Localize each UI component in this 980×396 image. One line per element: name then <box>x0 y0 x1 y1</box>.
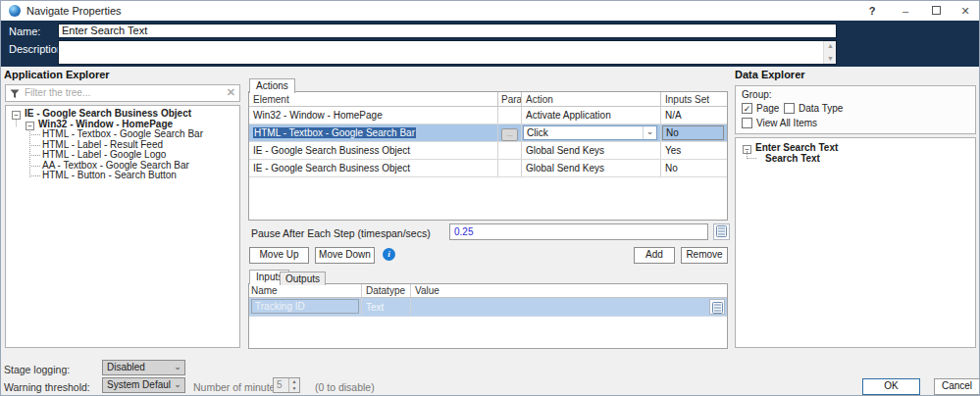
name-label: Name: <box>9 25 40 37</box>
action-cell[interactable]: Activate Application <box>522 107 661 124</box>
minutes-spinner[interactable]: 5 ▲ ▼ <box>273 377 300 393</box>
filter-icon <box>10 89 20 99</box>
warning-threshold-select[interactable]: System Default ⌄ <box>102 377 185 393</box>
scroll-down-icon[interactable]: ▼ <box>824 54 837 64</box>
calculator-icon <box>716 225 727 237</box>
pause-expression-button[interactable] <box>713 223 730 240</box>
move-up-button[interactable]: Move Up <box>249 247 309 264</box>
tree-item-enter-search-text[interactable]: −Enter Search Text <box>736 138 975 153</box>
number-of-minutes-label: Number of minutes <box>193 381 281 393</box>
title-bar: Navigate Properties ? – ✕ <box>1 1 979 21</box>
tab-outputs[interactable]: Outputs <box>280 272 326 285</box>
chevron-down-icon[interactable]: ⌄ <box>643 126 656 139</box>
element-cell[interactable]: HTML - Textbox - Google Search Bar <box>249 124 498 141</box>
tab-actions[interactable]: Actions <box>249 78 295 93</box>
column-header-datatype: Datatype <box>362 284 411 297</box>
tree-connector <box>16 119 17 126</box>
chevron-down-icon: ⌄ <box>171 378 184 392</box>
element-cell[interactable]: Win32 - Window - HomePage <box>249 107 498 124</box>
app-icon <box>9 5 21 17</box>
scroll-up-icon[interactable]: ▲ <box>824 41 837 51</box>
cancel-button[interactable]: Cancel <box>934 378 980 395</box>
params-cell <box>498 107 522 124</box>
column-header-params: Para... <box>498 92 522 106</box>
ok-button[interactable]: OK <box>862 378 920 395</box>
help-button[interactable]: ? <box>858 1 886 21</box>
tree-item-search-text[interactable]: Search Text <box>736 153 975 164</box>
tree-item-html-button-search[interactable]: HTML - Button - Search Button <box>6 171 239 181</box>
maximize-button[interactable] <box>922 1 950 21</box>
group-label: Group: <box>742 89 772 100</box>
action-row[interactable]: IE - Google Search Business Object Globa… <box>249 160 727 177</box>
column-header-name: Name <box>249 284 362 297</box>
input-datatype-cell: Text <box>362 298 411 316</box>
action-row[interactable]: IE - Google Search Business Object Globa… <box>249 142 727 160</box>
actions-table-header: Element Para... Action Inputs Set <box>249 92 727 107</box>
window-title: Navigate Properties <box>26 5 122 17</box>
maximize-icon <box>932 6 941 15</box>
params-cell: ... <box>498 124 522 141</box>
view-all-items-checkbox[interactable] <box>742 118 752 128</box>
navigate-properties-dialog: Navigate Properties ? – ✕ Name: Enter Se… <box>0 0 980 396</box>
input-name-textbox[interactable]: Tracking ID <box>251 299 359 314</box>
close-button[interactable]: ✕ <box>952 1 979 21</box>
inputs-set-cell: Yes <box>661 142 727 159</box>
clear-filter-icon[interactable]: ✕ <box>227 86 235 99</box>
filter-placeholder: Filter the tree... <box>25 87 90 98</box>
element-cell[interactable]: IE - Google Search Business Object <box>249 160 498 176</box>
application-tree: −IE - Google Search Business Object −Win… <box>5 105 240 348</box>
info-icon[interactable]: i <box>383 248 395 261</box>
column-header-value: Value <box>411 284 727 297</box>
properties-header: Name: Enter Search Text Description: ▲ ▼ <box>1 21 979 67</box>
pause-input[interactable]: 0.25 <box>449 223 708 240</box>
data-type-checkbox-label: Data Type <box>799 103 843 114</box>
inputs-set-cell: No <box>661 124 727 141</box>
view-all-items-checkbox-label: View All Items <box>756 118 817 128</box>
inputs-table: Name Datatype Value Tracking ID Text <box>248 283 728 349</box>
minimize-button[interactable]: – <box>892 1 919 21</box>
action-select[interactable]: Click ⌄ <box>523 125 657 140</box>
spinner-up-icon[interactable]: ▲ <box>289 378 299 385</box>
params-button[interactable]: ... <box>501 128 518 141</box>
params-cell <box>498 142 522 159</box>
action-cell: Click ⌄ <box>522 124 661 141</box>
spinner-down-icon[interactable]: ▼ <box>289 385 299 392</box>
description-scrollbar[interactable]: ▲ ▼ <box>823 41 836 64</box>
inputs-set-cell: No <box>661 160 727 176</box>
element-cell[interactable]: IE - Google Search Business Object <box>249 142 498 159</box>
chevron-down-icon: ⌄ <box>171 361 184 374</box>
input-name-cell: Tracking ID <box>249 298 362 316</box>
description-field[interactable]: ▲ ▼ <box>58 40 837 65</box>
action-row[interactable]: Win32 - Window - HomePage Activate Appli… <box>249 107 727 124</box>
data-explorer-title: Data Explorer <box>735 69 805 80</box>
calculator-icon <box>712 302 723 314</box>
application-explorer-title: Application Explorer <box>4 69 110 80</box>
add-button[interactable]: Add <box>634 247 675 264</box>
inputs-table-header: Name Datatype Value <box>249 284 727 298</box>
remove-button[interactable]: Remove <box>681 247 728 264</box>
page-checkbox-label: Page <box>756 103 779 114</box>
name-field[interactable]: Enter Search Text <box>58 24 837 38</box>
group-options: Group: ✓ Page Data Type View All Items <box>735 85 976 134</box>
action-row-selected[interactable]: HTML - Textbox - Google Search Bar ... C… <box>249 124 727 142</box>
minutes-hint: (0 to disable) <box>315 381 375 393</box>
move-down-button[interactable]: Move Down <box>315 247 375 264</box>
action-cell[interactable]: Global Send Keys <box>522 142 661 159</box>
warning-threshold-label: Warning threshold: <box>4 381 90 393</box>
action-cell[interactable]: Global Send Keys <box>522 160 661 176</box>
page-checkbox[interactable]: ✓ <box>742 103 752 114</box>
params-cell <box>498 160 522 176</box>
filter-tree-input[interactable]: Filter the tree... ✕ <box>5 84 240 102</box>
value-expression-button[interactable] <box>709 299 725 315</box>
column-header-element: Element <box>249 92 498 106</box>
stage-logging-select[interactable]: Disabled ⌄ <box>102 360 185 375</box>
pause-label: Pause After Each Step (timespan/secs) <box>251 227 431 239</box>
actions-table: Element Para... Action Inputs Set Win32 … <box>248 91 728 221</box>
stage-logging-label: Stage logging: <box>4 364 70 375</box>
input-value-cell[interactable] <box>411 298 727 316</box>
input-row-selected[interactable]: Tracking ID Text <box>249 298 727 317</box>
column-header-action: Action <box>522 92 661 106</box>
data-type-checkbox[interactable] <box>784 103 795 114</box>
data-tree: −Enter Search Text Search Text <box>735 137 976 348</box>
column-header-inputs-set: Inputs Set <box>661 92 727 106</box>
